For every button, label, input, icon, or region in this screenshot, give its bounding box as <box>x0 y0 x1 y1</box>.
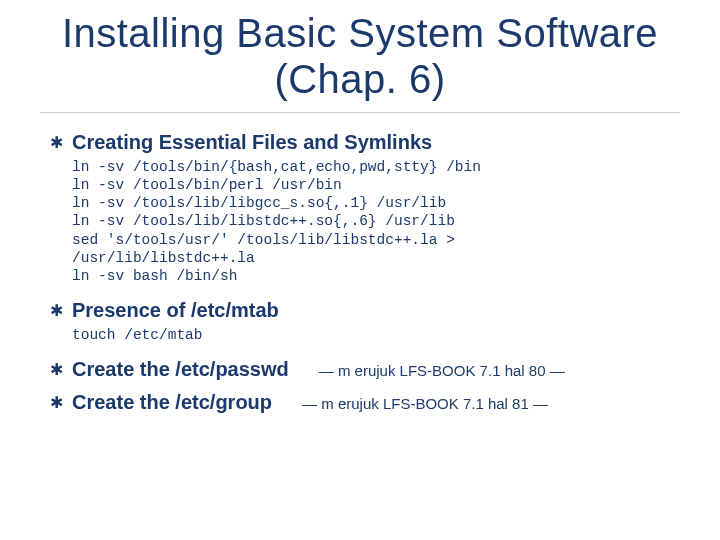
code-block-symlinks: ln -sv /tools/bin/{bash,cat,echo,pwd,stt… <box>72 158 660 285</box>
asterisk-icon: ✱ <box>50 395 63 411</box>
bullet-item-4: ✱ Create the /etc/group — m erujuk LFS-B… <box>72 391 660 414</box>
content-area: ✱ Creating Essential Files and Symlinks … <box>0 131 720 414</box>
row-group: Create the /etc/group — m erujuk LFS-BOO… <box>72 391 660 414</box>
note-passwd: — m erujuk LFS-BOOK 7.1 hal 80 — <box>319 362 565 379</box>
divider <box>40 112 680 113</box>
bullet-item-3: ✱ Create the /etc/passwd — m erujuk LFS-… <box>72 358 660 381</box>
heading-passwd: Create the /etc/passwd <box>72 358 289 381</box>
asterisk-icon: ✱ <box>50 135 63 151</box>
heading-group: Create the /etc/group <box>72 391 272 414</box>
bullet-item-1: ✱ Creating Essential Files and Symlinks … <box>72 131 660 285</box>
row-passwd: Create the /etc/passwd — m erujuk LFS-BO… <box>72 358 660 381</box>
asterisk-icon: ✱ <box>50 362 63 378</box>
bullet-item-2: ✱ Presence of /etc/mtab touch /etc/mtab <box>72 299 660 344</box>
heading-mtab: Presence of /etc/mtab <box>72 299 279 321</box>
heading-symlinks: Creating Essential Files and Symlinks <box>72 131 432 153</box>
note-group: — m erujuk LFS-BOOK 7.1 hal 81 — <box>302 395 548 412</box>
slide-title: Installing Basic System Software (Chap. … <box>40 10 680 102</box>
code-block-mtab: touch /etc/mtab <box>72 326 660 344</box>
slide: Installing Basic System Software (Chap. … <box>0 10 720 540</box>
asterisk-icon: ✱ <box>50 303 63 319</box>
